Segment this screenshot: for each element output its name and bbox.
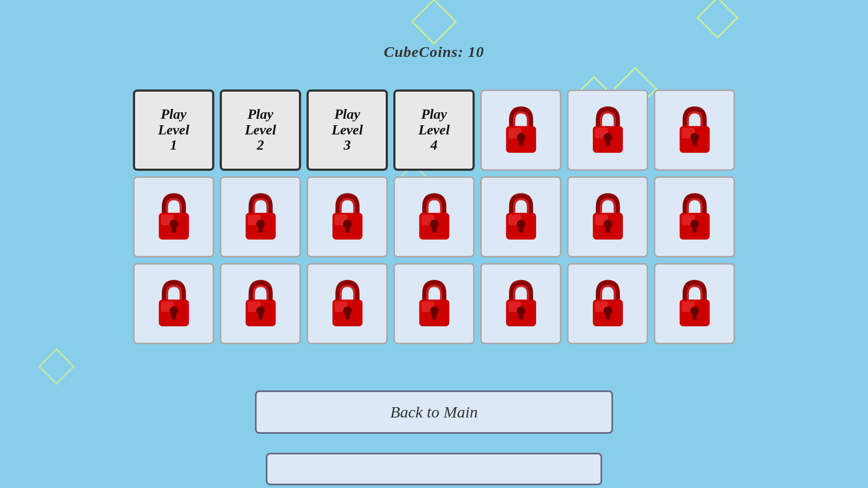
lock-icon-17 [324,278,371,330]
lock-icon-19 [498,278,544,330]
lock-icon-13 [585,191,631,243]
level-label-2: PlayLevel2 [245,107,276,153]
level-cell-4[interactable]: PlayLevel4 [393,89,475,171]
level-grid: PlayLevel1PlayLevel2PlayLevel3PlayLevel4 [133,89,735,344]
svg-rect-59 [519,312,523,319]
level-cell-19[interactable] [480,263,561,344]
level-cell-13[interactable] [567,176,648,258]
bg-shape-6 [38,348,75,385]
svg-rect-15 [171,226,176,233]
level-cell-14[interactable] [654,176,735,258]
level-cell-10[interactable] [307,176,388,258]
svg-rect-55 [432,312,436,319]
svg-rect-27 [432,226,436,233]
svg-rect-67 [692,312,697,319]
level-cell-8[interactable] [133,176,214,258]
lock-icon-18 [411,278,457,330]
level-cell-16[interactable] [220,263,301,344]
svg-rect-31 [519,226,523,233]
svg-rect-43 [171,312,176,319]
lock-icon-9 [238,191,284,243]
lock-icon-15 [151,278,197,330]
level-cell-12[interactable] [480,176,561,258]
level-cell-3[interactable]: PlayLevel3 [307,89,388,171]
level-cell-11[interactable] [393,176,475,258]
bg-shape-1 [411,0,457,44]
level-cell-2[interactable]: PlayLevel2 [220,89,301,171]
lock-icon-16 [238,278,284,330]
level-cell-7[interactable] [654,89,735,171]
lock-icon-6 [585,105,631,156]
level-cell-18[interactable] [393,263,475,344]
svg-rect-39 [692,226,697,233]
back-button-label: Back to Main [390,403,478,421]
second-button[interactable] [266,453,602,485]
lock-icon-12 [498,191,544,243]
bg-shape-2 [697,0,739,38]
lock-icon-21 [672,278,718,330]
lock-icon-11 [411,191,457,243]
level-label-3: PlayLevel3 [331,107,363,153]
svg-rect-47 [258,312,263,319]
level-cell-17[interactable] [307,263,388,344]
level-cell-20[interactable] [567,263,648,344]
level-cell-21[interactable] [654,263,735,344]
svg-rect-7 [605,139,610,146]
svg-rect-11 [692,139,697,146]
level-cell-1[interactable]: PlayLevel1 [133,89,214,171]
svg-rect-51 [345,312,349,319]
svg-rect-23 [345,226,349,233]
lock-icon-5 [498,105,544,156]
level-label-1: PlayLevel1 [158,107,189,153]
back-to-main-button[interactable]: Back to Main [255,390,613,434]
level-cell-9[interactable] [220,176,301,258]
lock-icon-10 [324,191,371,243]
lock-icon-8 [151,191,197,243]
coin-counter: CubeCoins: 10 [384,43,484,61]
svg-rect-19 [258,226,263,233]
svg-rect-63 [605,312,610,319]
svg-rect-3 [519,139,523,146]
lock-icon-14 [672,191,718,243]
lock-icon-20 [585,278,631,330]
lock-icon-7 [672,105,718,156]
svg-rect-35 [605,226,610,233]
level-label-4: PlayLevel4 [418,107,450,153]
level-cell-5[interactable] [480,89,561,171]
level-cell-15[interactable] [133,263,214,344]
level-cell-6[interactable] [567,89,648,171]
